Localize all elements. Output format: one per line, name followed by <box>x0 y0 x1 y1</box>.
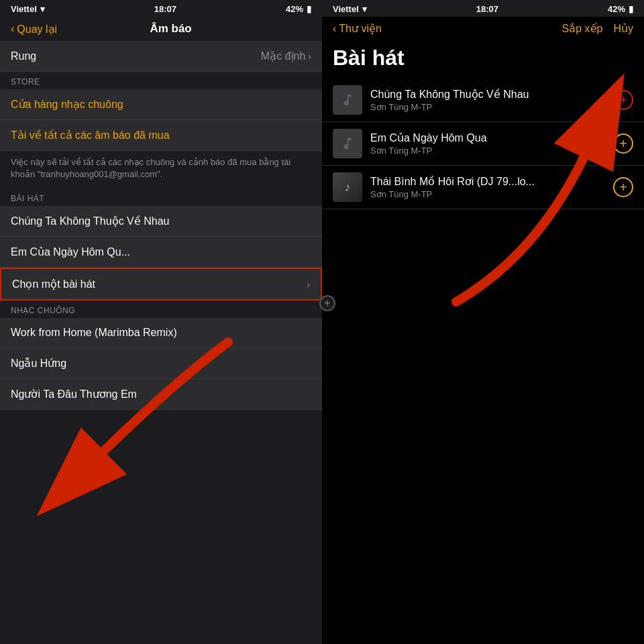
app-container: Viettel ▾ 18:07 42% ▮ ‹ Quay lại Âm báo … <box>0 0 644 644</box>
baihat-item-2-chon[interactable]: Chọn một bài hát › <box>0 268 322 301</box>
rung-item[interactable]: Rung Mặc định › <box>0 41 322 72</box>
store-description: Việc này sẽ tải về tất cả các nhạc chuôn… <box>0 151 322 189</box>
left-status-left: Viettel ▾ <box>11 4 45 14</box>
baihat-item-1[interactable]: Em Của Ngày Hôm Qu... <box>0 237 322 268</box>
back-button-left[interactable]: ‹ Quay lại <box>11 23 57 36</box>
right-back-button[interactable]: ‹ Thư viện <box>333 22 382 35</box>
right-back-label: Thư viện <box>339 22 382 35</box>
wifi-icon-left: ▾ <box>40 4 45 14</box>
store-download-label: Tải về tất cả các âm báo đã mua <box>11 129 170 142</box>
song-artist-0: Sơn Tùng M-TP <box>370 102 605 112</box>
song-add-btn-1[interactable]: + <box>613 133 633 154</box>
baihat-label-0: Chúng Ta Không Thuộc Về Nhau <box>11 215 169 227</box>
left-panel: Viettel ▾ 18:07 42% ▮ ‹ Quay lại Âm báo … <box>0 0 322 644</box>
carrier-right: Viettel <box>333 4 359 14</box>
song-info-0: Chúng Ta Không Thuộc Về Nhau Sơn Tùng M-… <box>370 88 605 112</box>
rung-value-text: Mặc định <box>261 50 305 62</box>
page-title: Bài hát <box>322 40 644 78</box>
rung-value: Mặc định › <box>261 50 311 62</box>
nhacchuong-section-header: NHẠC CHUÔNG <box>0 301 322 318</box>
song-thumb-1 <box>333 129 362 158</box>
right-chevron-left-icon: ‹ <box>333 23 336 35</box>
store-item-download[interactable]: Tải về tất cả các âm báo đã mua <box>0 120 322 151</box>
song-list: Chúng Ta Không Thuộc Về Nhau Sơn Tùng M-… <box>322 78 644 644</box>
song-artist-2: Sơn Tùng M-TP <box>370 189 605 199</box>
song-add-btn-0[interactable]: + <box>613 90 633 110</box>
left-section-list: Rung Mặc định › STORE Cửa hàng nhạc chuô… <box>0 41 322 644</box>
song-item-2[interactable]: ♪ Thái Bình Mồ Hôi Rơi (DJ 79...lo... Sơ… <box>322 166 644 209</box>
store-section-header: STORE <box>0 72 322 89</box>
cancel-button[interactable]: Hủy <box>613 22 633 35</box>
left-nav-title: Âm báo <box>57 22 284 36</box>
chevron-left-icon: ‹ <box>11 23 14 35</box>
nhacchuong-label-1: Ngẫu Hứng <box>11 357 66 370</box>
music-icon-1 <box>340 136 355 151</box>
right-status-bar: Viettel ▾ 18:07 42% ▮ <box>322 0 644 17</box>
right-status-left: Viettel ▾ <box>333 4 367 14</box>
music-icon-0 <box>340 93 355 107</box>
back-label-left: Quay lại <box>17 23 57 36</box>
nhacchuong-label-2: Người Ta Đâu Thương Em <box>11 388 137 400</box>
battery-icon-left: ▮ <box>307 4 311 14</box>
nhacchuong-item-0[interactable]: Work from Home (Marimba Remix) <box>0 318 322 348</box>
store-shop-label: Cửa hàng nhạc chuông <box>11 98 123 111</box>
rung-label: Rung <box>11 50 36 62</box>
song-info-2: Thái Bình Mồ Hôi Rơi (DJ 79...lo... Sơn … <box>370 175 605 199</box>
rung-chevron-icon: › <box>308 51 311 62</box>
time-left: 18:07 <box>154 4 176 14</box>
right-nav-bar: ‹ Thư viện Sắp xếp Hủy <box>322 17 644 40</box>
thumb-photo-inner-2: ♪ <box>333 172 362 202</box>
sort-button[interactable]: Sắp xếp <box>562 22 603 35</box>
baihat-label-1: Em Của Ngày Hôm Qu... <box>11 246 130 258</box>
nhacchuong-item-1[interactable]: Ngẫu Hứng <box>0 348 322 379</box>
baihat-section-header: BÀI HÁT <box>0 189 322 206</box>
nhacchuong-label-0: Work from Home (Marimba Remix) <box>11 327 177 339</box>
song-name-2: Thái Bình Mồ Hôi Rơi (DJ 79...lo... <box>370 175 605 188</box>
right-status-right: 42% ▮ <box>608 4 633 14</box>
song-add-btn-2[interactable]: + <box>613 177 633 197</box>
song-thumb-2: ♪ <box>333 172 362 202</box>
left-status-right: 42% ▮ <box>286 4 311 14</box>
battery-icon-right: ▮ <box>629 4 633 14</box>
wifi-icon-right: ▾ <box>362 4 367 14</box>
song-name-1: Em Của Ngày Hôm Qua <box>370 131 605 144</box>
right-nav-actions: Sắp xếp Hủy <box>562 22 633 35</box>
baihat-item-0[interactable]: Chúng Ta Không Thuộc Về Nhau <box>0 206 322 237</box>
left-nav-bar: ‹ Quay lại Âm báo <box>0 17 322 41</box>
right-panel: Viettel ▾ 18:07 42% ▮ ‹ Thư viện Sắp xếp… <box>322 0 644 644</box>
store-item-shop[interactable]: Cửa hàng nhạc chuông <box>0 89 322 120</box>
song-thumb-0 <box>333 85 362 115</box>
song-artist-1: Sơn Tùng M-TP <box>370 146 605 156</box>
nhacchuong-item-2[interactable]: Người Ta Đâu Thương Em <box>0 379 322 410</box>
baihat-chevron-2: › <box>307 279 310 290</box>
time-right: 18:07 <box>476 4 498 14</box>
song-info-1: Em Của Ngày Hôm Qua Sơn Tùng M-TP <box>370 131 605 156</box>
song-item-0[interactable]: Chúng Ta Không Thuộc Về Nhau Sơn Tùng M-… <box>322 78 644 122</box>
left-status-bar: Viettel ▾ 18:07 42% ▮ <box>0 0 322 17</box>
battery-right: 42% <box>608 4 625 14</box>
song-item-1[interactable]: Em Của Ngày Hôm Qua Sơn Tùng M-TP + <box>322 122 644 166</box>
battery-left: 42% <box>286 4 303 14</box>
song-name-0: Chúng Ta Không Thuộc Về Nhau <box>370 88 605 101</box>
baihat-label-2: Chọn một bài hát <box>12 278 95 290</box>
carrier-left: Viettel <box>11 4 37 14</box>
center-plus-icon: + <box>319 295 335 311</box>
